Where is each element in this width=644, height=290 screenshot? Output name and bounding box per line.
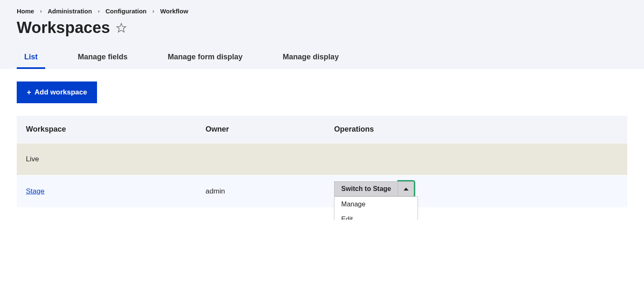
workspace-cell: Stage [17, 176, 197, 208]
operations-menu: Manage Edit Publish content Delete [334, 196, 418, 220]
star-outline-icon[interactable] [116, 23, 127, 33]
operations-dropbutton: Switch to Stage Manage Edit Publish cont… [334, 181, 414, 196]
owner-cell [197, 143, 325, 176]
table-row: Stage admin Switch to Stage Mana [17, 176, 627, 208]
breadcrumb-item-administration[interactable]: Administration [48, 8, 92, 15]
col-owner: Owner [197, 116, 325, 143]
breadcrumb: Home › Administration › Configuration › … [17, 8, 627, 15]
breadcrumb-item-configuration[interactable]: Configuration [105, 8, 146, 15]
tabs: List Manage fields Manage form display M… [17, 48, 627, 69]
operations-cell [325, 143, 627, 176]
menu-item-manage[interactable]: Manage [335, 197, 417, 212]
table-row: Live [17, 143, 627, 176]
chevron-right-icon: › [98, 8, 100, 14]
col-workspace: Workspace [17, 116, 197, 143]
tab-manage-form-display[interactable]: Manage form display [160, 48, 250, 69]
tab-manage-display[interactable]: Manage display [275, 48, 346, 69]
workspace-link-stage[interactable]: Stage [26, 187, 44, 195]
dropbutton-toggle[interactable] [398, 182, 414, 196]
operations-cell: Switch to Stage Manage Edit Publish cont… [325, 176, 627, 208]
workspaces-table: Workspace Owner Operations Live Stage ad… [17, 116, 627, 207]
svg-marker-0 [117, 23, 126, 32]
page-title: Workspaces [17, 19, 110, 37]
plus-icon: + [27, 89, 31, 96]
switch-to-stage-button[interactable]: Switch to Stage [335, 182, 398, 196]
workspace-cell: Live [17, 143, 197, 176]
chevron-right-icon: › [40, 8, 42, 14]
add-workspace-button[interactable]: + Add workspace [17, 81, 97, 103]
breadcrumb-item-workflow[interactable]: Workflow [160, 8, 188, 15]
add-workspace-label: Add workspace [35, 88, 87, 97]
breadcrumb-item-home[interactable]: Home [17, 8, 34, 15]
tab-manage-fields[interactable]: Manage fields [70, 48, 135, 69]
chevron-up-icon [404, 188, 409, 191]
tab-list[interactable]: List [17, 48, 45, 69]
menu-item-edit[interactable]: Edit [335, 212, 417, 220]
chevron-right-icon: › [153, 8, 154, 14]
col-operations: Operations [325, 116, 627, 143]
owner-cell: admin [197, 176, 325, 208]
